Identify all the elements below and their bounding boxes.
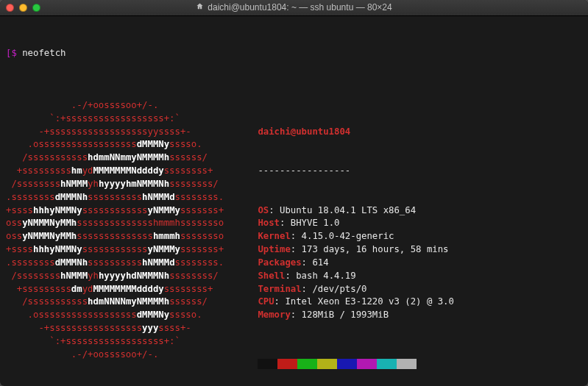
info-value: 128MiB / 1993MiB (302, 310, 389, 320)
info-value: 614 (312, 257, 328, 268)
info-label: Terminal (258, 284, 301, 294)
info-row: Shell: bash 4.4.19 (258, 270, 454, 283)
color-swatch (357, 359, 377, 369)
color-swatch (277, 359, 297, 369)
info-row: Terminal: /dev/pts/0 (258, 283, 454, 296)
color-swatch (258, 359, 277, 369)
color-swatches (258, 359, 454, 369)
info-row: Memory: 128MiB / 1993MiB (258, 309, 454, 322)
close-icon[interactable] (6, 4, 14, 12)
info-value: 4.15.0-42-generic (302, 231, 394, 241)
info-label: Shell (258, 271, 285, 281)
window-title: daichi@ubuntu1804: ~ — ssh ubuntu — 80×2… (0, 1, 588, 14)
titlebar[interactable]: daichi@ubuntu1804: ~ — ssh ubuntu — 80×2… (0, 0, 588, 16)
info-value: bash 4.4.19 (296, 271, 355, 281)
color-swatch (337, 359, 357, 369)
info-row: OS: Ubuntu 18.04.1 LTS x86_64 (258, 204, 454, 218)
terminal-body[interactable]: [$ neofetch .-/+oossssoo+/-. `:+ssssssss… (0, 16, 588, 386)
info-row: Packages: 614 (258, 257, 454, 270)
home-icon (196, 1, 204, 14)
info-row: Host: BHYVE 1.0 (258, 217, 454, 230)
minimize-icon[interactable] (19, 4, 27, 12)
window-title-text: daichi@ubuntu1804: ~ — ssh ubuntu — 80×2… (208, 1, 392, 14)
terminal-window: daichi@ubuntu1804: ~ — ssh ubuntu — 80×2… (0, 0, 588, 386)
color-swatch (377, 359, 397, 369)
color-swatch (297, 359, 317, 369)
info-value: /dev/pts/0 (312, 284, 366, 294)
zoom-icon[interactable] (32, 4, 40, 12)
command-text: neofetch (22, 47, 65, 60)
info-value: 173 days, 16 hours, 58 mins (302, 244, 449, 254)
window-controls (6, 4, 40, 12)
info-value: BHYVE 1.0 (291, 218, 340, 228)
system-info: daichi@ubuntu1804 ----------------- OS: … (258, 99, 454, 386)
info-divider: ----------------- (258, 165, 350, 176)
info-label: OS (258, 205, 269, 215)
info-row: Uptime: 173 days, 16 hours, 58 mins (258, 243, 454, 257)
info-label: Memory (258, 310, 290, 320)
neofetch-output: .-/+oossssoo+/-. `:+ssssssssssssssssss+:… (6, 99, 582, 386)
info-label: Packages (258, 257, 301, 268)
color-swatch (317, 359, 337, 369)
ascii-logo: .-/+oossssoo+/-. `:+ssssssssssssssssss+:… (6, 99, 240, 362)
info-row: CPU: Intel Xeon E3-1220 v3 (2) @ 3.0 (258, 296, 454, 309)
color-swatch (397, 359, 417, 369)
info-label: Uptime (258, 244, 290, 254)
info-value: Intel Xeon E3-1220 v3 (2) @ 3.0 (285, 296, 454, 307)
info-value: Ubuntu 18.04.1 LTS x86_64 (280, 205, 416, 215)
prompt-line: [$ neofetch (6, 47, 582, 60)
info-row: Kernel: 4.15.0-42-generic (258, 230, 454, 243)
info-label: Kernel (258, 231, 290, 241)
info-label: Host (258, 218, 280, 228)
prompt-symbol: [$ (6, 47, 17, 60)
info-label: CPU (258, 296, 274, 307)
user-host: daichi@ubuntu1804 (258, 126, 350, 137)
